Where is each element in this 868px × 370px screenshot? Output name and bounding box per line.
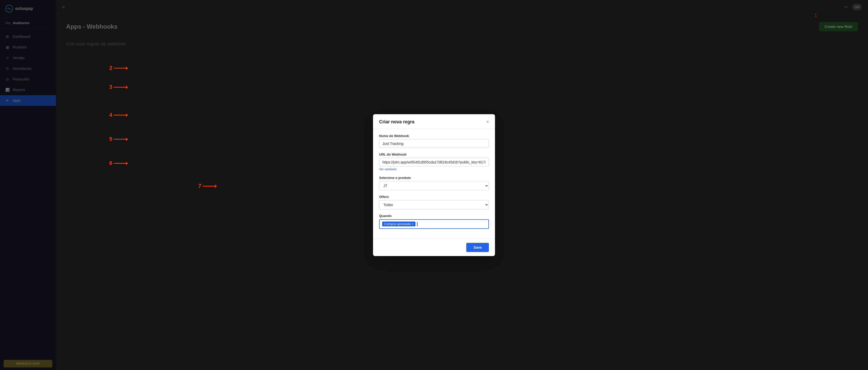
webhook-url-label: URL do Webhook [379, 153, 489, 156]
quando-group: Quando Compra aprovada × [379, 214, 489, 229]
tag-remove-button[interactable]: × [412, 222, 413, 226]
offers-select[interactable]: Todas [379, 200, 489, 209]
modal: Criar nova regra × Nome do Webhook URL d… [373, 114, 495, 256]
webhook-name-label: Nome do Webhook [379, 134, 489, 138]
webhook-name-group: Nome do Webhook [379, 134, 489, 148]
quando-label: Quando [379, 214, 489, 218]
modal-overlay: Criar nova regra × Nome do Webhook URL d… [0, 0, 868, 370]
compra-aprovada-tag[interactable]: Compra aprovada × [382, 222, 415, 226]
tag-cursor [417, 222, 417, 226]
modal-footer: Save [373, 239, 495, 256]
produto-group: Selecione o produto JT [379, 176, 489, 190]
modal-body: Nome do Webhook URL do Webhook Ver variá… [373, 129, 495, 239]
modal-close-button[interactable]: × [486, 120, 489, 124]
save-button[interactable]: Save [466, 243, 489, 252]
produto-select[interactable]: JT [379, 181, 489, 190]
ver-variaveis-link[interactable]: Ver variáveis [379, 167, 397, 171]
produto-label: Selecione o produto [379, 176, 489, 180]
webhook-url-group: URL do Webhook Ver variáveis [379, 153, 489, 171]
offers-group: Offers Todas [379, 195, 489, 209]
tag-label: Compra aprovada [384, 222, 411, 226]
modal-title: Criar nova regra [379, 119, 414, 125]
quando-tag-input[interactable]: Compra aprovada × [379, 219, 489, 229]
webhook-url-input[interactable] [379, 158, 489, 166]
modal-header: Criar nova regra × [373, 114, 495, 129]
webhook-name-input[interactable] [379, 139, 489, 148]
offers-label: Offers [379, 195, 489, 199]
